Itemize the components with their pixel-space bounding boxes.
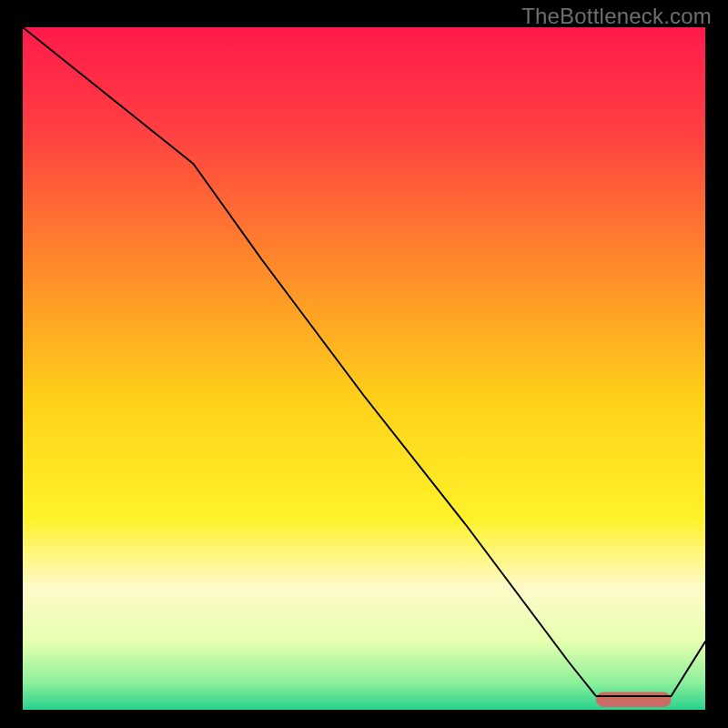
gradient-background xyxy=(23,27,705,710)
markers-layer xyxy=(596,693,672,708)
chart-frame: TheBottleneck.com xyxy=(0,0,728,728)
optimal-segment xyxy=(596,693,672,708)
bottleneck-chart xyxy=(23,27,705,710)
watermark-text: TheBottleneck.com xyxy=(521,4,712,29)
